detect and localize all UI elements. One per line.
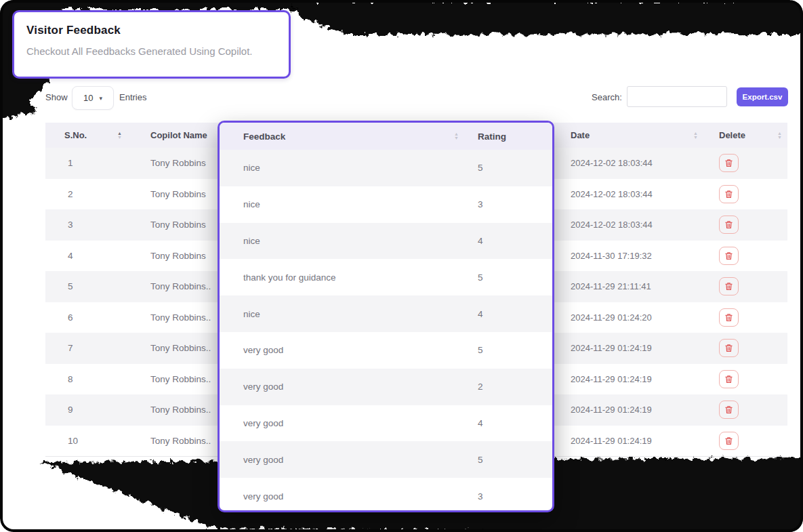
- trash-icon: [724, 375, 733, 384]
- delete-button[interactable]: [719, 185, 739, 203]
- delete-button[interactable]: [719, 432, 739, 450]
- trash-icon: [724, 405, 733, 414]
- cell-rating: 2: [478, 382, 483, 392]
- delete-button[interactable]: [719, 154, 739, 172]
- cell-rating: 4: [478, 236, 483, 246]
- cell-date: 2024-12-02 18:03:44: [571, 220, 653, 230]
- page-size-select[interactable]: 10 ▾: [72, 86, 114, 110]
- trash-icon: [724, 190, 733, 199]
- spotlight-row: nice 4: [220, 223, 552, 260]
- delete-button[interactable]: [719, 401, 739, 419]
- cell-rating: 5: [478, 345, 483, 355]
- delete-button[interactable]: [719, 277, 739, 295]
- cell-copilot-name: Tony Robbins: [150, 189, 206, 199]
- cell-date: 2024-12-02 18:03:44: [571, 158, 653, 168]
- trash-icon: [724, 344, 733, 352]
- cell-sno: 5: [68, 281, 73, 291]
- cell-feedback: very good: [243, 418, 283, 428]
- spotlight-row: very good 5: [220, 441, 552, 478]
- spotlight-row: very good 4: [220, 405, 552, 442]
- app-canvas: Visitor Feedback Checkout All Feedbacks …: [0, 0, 803, 532]
- header-delete[interactable]: Delete ▲▼: [705, 130, 787, 140]
- header-feedback[interactable]: Feedback ▲▼: [220, 131, 471, 142]
- sort-arrows-icon: ▲▼: [454, 132, 459, 140]
- search-input[interactable]: [627, 86, 727, 107]
- caret-down-icon: ▾: [99, 95, 102, 102]
- cell-rating: 5: [478, 455, 483, 465]
- cell-date: 2024-11-29 01:24:20: [571, 312, 652, 323]
- spotlight-row: nice 5: [220, 150, 552, 186]
- delete-button[interactable]: [719, 216, 739, 234]
- cell-feedback: thank you for guidance: [243, 272, 336, 283]
- trash-icon: [724, 282, 733, 291]
- spotlight-header-row: Feedback ▲▼ Rating: [220, 123, 552, 150]
- spotlight-row: thank you for guidance 5: [220, 259, 552, 295]
- cell-sno: 10: [68, 436, 78, 446]
- cell-copilot-name: Tony Robbins..: [150, 343, 211, 353]
- feedback-callout: Visitor Feedback Checkout All Feedbacks …: [12, 10, 291, 79]
- cell-copilot-name: Tony Robbins..: [150, 281, 211, 291]
- cell-copilot-name: Tony Robbins..: [150, 374, 211, 384]
- cell-copilot-name: Tony Robbins: [150, 220, 206, 230]
- sort-arrows-icon: ▲▼: [693, 131, 698, 140]
- cell-date: 2024-11-29 01:24:19: [571, 436, 652, 446]
- trash-icon: [724, 159, 733, 167]
- show-label: Show: [45, 92, 68, 102]
- sort-arrows-icon: ▲▼: [117, 131, 122, 140]
- cell-date: 2024-11-29 01:24:19: [571, 405, 652, 415]
- cell-rating: 4: [478, 309, 483, 319]
- header-date[interactable]: Date ▲▼: [563, 130, 705, 140]
- cell-feedback: very good: [243, 382, 283, 392]
- cell-date: 2024-11-29 21:11:41: [571, 281, 651, 291]
- cell-feedback: nice: [243, 236, 260, 246]
- search-label: Search:: [592, 92, 622, 102]
- delete-button[interactable]: [719, 370, 739, 388]
- trash-icon: [724, 436, 733, 445]
- trash-icon: [724, 313, 733, 322]
- page-size-value: 10: [83, 93, 93, 103]
- spotlight-row: very good 3: [220, 478, 552, 512]
- cell-feedback: nice: [243, 199, 260, 209]
- spotlight-row: nice 4: [220, 295, 552, 332]
- entries-label: Entries: [119, 92, 146, 102]
- cell-sno: 8: [68, 374, 73, 384]
- cell-feedback: very good: [243, 455, 283, 465]
- cell-date: 2024-11-29 01:24:19: [571, 343, 652, 353]
- cell-date: 2024-11-29 01:24:19: [571, 374, 652, 384]
- delete-button[interactable]: [719, 247, 739, 265]
- cell-feedback: very good: [243, 345, 283, 355]
- cell-feedback: nice: [243, 163, 260, 173]
- cell-rating: 3: [478, 491, 483, 502]
- cell-sno: 2: [68, 189, 73, 199]
- cell-sno: 4: [68, 251, 73, 261]
- trash-icon: [724, 220, 733, 229]
- spotlight-row: very good 5: [220, 332, 552, 369]
- cell-copilot-name: Tony Robbins: [150, 158, 206, 168]
- cell-sno: 3: [68, 220, 73, 230]
- cell-copilot-name: Tony Robbins..: [150, 405, 211, 415]
- table-controls: Show 10 ▾ Entries Search: Export.csv: [0, 85, 803, 110]
- cell-sno: 7: [68, 343, 73, 353]
- cell-rating: 5: [478, 272, 483, 283]
- cell-feedback: very good: [243, 491, 283, 502]
- cell-copilot-name: Tony Robbins..: [150, 312, 211, 323]
- header-sno[interactable]: S.No. ▲▼: [45, 130, 136, 140]
- cell-feedback: nice: [243, 309, 260, 319]
- spotlight-row: very good 2: [220, 369, 552, 405]
- cell-sno: 9: [68, 405, 73, 415]
- cell-sno: 1: [68, 158, 73, 168]
- cell-date: 2024-12-02 18:03:44: [571, 189, 653, 199]
- spotlight-panel: Feedback ▲▼ Rating nice 5 nice 3 nice 4 …: [218, 121, 554, 512]
- cell-copilot-name: Tony Robbins..: [150, 436, 211, 446]
- delete-button[interactable]: [719, 308, 739, 327]
- cell-rating: 5: [478, 163, 483, 173]
- delete-button[interactable]: [719, 339, 739, 357]
- cell-date: 2024-11-30 17:19:32: [571, 251, 652, 261]
- callout-subtitle: Checkout All Feedbacks Generated Using C…: [26, 45, 289, 57]
- cell-rating: 3: [478, 199, 483, 209]
- cell-rating: 4: [478, 418, 483, 428]
- export-csv-button[interactable]: Export.csv: [737, 87, 788, 106]
- cell-copilot-name: Tony Robbins: [150, 251, 206, 261]
- sort-arrows-icon: ▲▼: [777, 131, 782, 140]
- header-rating[interactable]: Rating: [471, 131, 552, 142]
